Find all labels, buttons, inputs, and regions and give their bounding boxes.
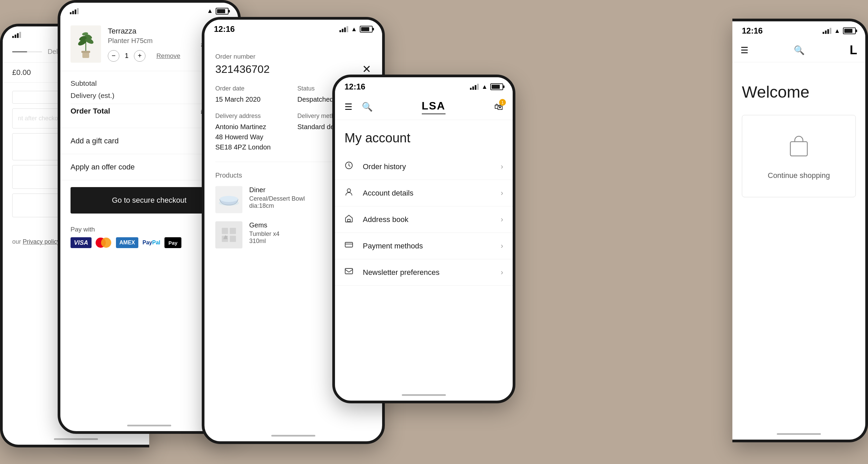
- svg-point-16: [347, 189, 351, 192]
- cart-item-info: Terrazza Planter H75cm − 1 + Remove: [108, 27, 194, 62]
- hamburger-icon-r[interactable]: ☰: [741, 45, 748, 56]
- battery-icon-2: [216, 8, 229, 15]
- signal-icon-4: [470, 84, 479, 90]
- home-indicator-5: [777, 433, 821, 435]
- continue-shopping-label[interactable]: Continue shopping: [768, 171, 830, 180]
- product-info-1: Diner Cereal/Dessert Bowl dia:18cm: [249, 186, 344, 213]
- product-name-2: Gems: [249, 221, 344, 229]
- signal-icon-3: [339, 26, 348, 32]
- svg-point-14: [226, 236, 228, 238]
- hamburger-icon[interactable]: ☰: [344, 102, 352, 112]
- clock-icon: [344, 161, 356, 172]
- menu-label-order-history: Order history: [363, 162, 494, 171]
- quantity-control: − 1 + Remove: [108, 50, 194, 62]
- status-icons-4: ▲: [470, 83, 503, 90]
- wifi-icon-5: ▲: [834, 27, 840, 35]
- svg-rect-10: [222, 228, 228, 234]
- product-size-2: 310ml: [249, 238, 344, 245]
- privacy-link[interactable]: Privacy policy: [23, 238, 60, 245]
- order-number-label: Order number: [215, 53, 371, 60]
- status-icons-2: ▲: [207, 7, 229, 15]
- amex-icon: AMEX: [116, 237, 138, 248]
- svg-point-9: [220, 196, 238, 202]
- time-3: 12:16: [214, 24, 235, 34]
- menu-item-order-history[interactable]: Order history ›: [335, 154, 513, 180]
- person-icon: [344, 187, 356, 199]
- menu-item-newsletter[interactable]: Newsletter preferences ›: [335, 259, 513, 286]
- item-subtitle: Planter H75cm: [108, 37, 194, 45]
- home-indicator-1: [54, 438, 98, 440]
- delivery-label: Delivery (est.): [71, 92, 115, 100]
- product-variant-1: Cereal/Dessert Bowl: [249, 195, 344, 202]
- svg-rect-21: [790, 142, 807, 156]
- time-4: 12:16: [344, 82, 365, 92]
- delivery-address-block: Delivery address Antonio Martinez 48 How…: [215, 113, 289, 152]
- wifi-icon-2: ▲: [207, 7, 213, 15]
- search-icon[interactable]: 🔍: [362, 102, 373, 112]
- item-name: Terrazza: [108, 27, 194, 36]
- header-right-icons: 🛍 1: [494, 102, 503, 112]
- home-indicator-2: [127, 425, 171, 426]
- chevron-icon-1: ›: [501, 162, 503, 171]
- phone-my-account: 12:16 ▲ ☰ 🔍 LSA 🛍 1 M: [332, 75, 515, 403]
- mastercard-icon: [96, 238, 112, 248]
- promo-amount: £0.00: [12, 68, 31, 77]
- menu-label-address-book: Address book: [363, 215, 494, 224]
- home-indicator-4: [402, 394, 446, 396]
- close-button[interactable]: ✕: [362, 64, 371, 75]
- wifi-icon-4: ▲: [481, 83, 488, 90]
- status-icons-5: ▲: [823, 27, 856, 35]
- gems-svg: [220, 226, 237, 243]
- total-label: Order Total: [71, 107, 110, 116]
- remove-button[interactable]: Remove: [156, 52, 180, 60]
- welcome-text: Welcome: [732, 62, 865, 115]
- menu-label-account-details: Account details: [363, 189, 494, 198]
- chevron-icon-5: ›: [501, 268, 503, 277]
- phone-welcome-right: 12:16 ▲ ☰ 🔍 L Welcome Cont: [732, 19, 868, 442]
- delivery-address-label: Delivery address: [215, 113, 289, 120]
- menu-item-account-details[interactable]: Account details ›: [335, 180, 513, 206]
- order-date-label: Order date: [215, 85, 289, 92]
- right-header: ☰ 🔍 L: [732, 38, 865, 62]
- quantity-value: 1: [125, 52, 129, 60]
- menu-item-payment-methods[interactable]: Payment methods ›: [335, 233, 513, 259]
- home-icon: [344, 214, 356, 225]
- lsa-logo: LSA: [422, 100, 446, 114]
- signal-icon-2: [70, 8, 79, 14]
- signal-icon-5: [823, 28, 831, 34]
- card-icon: [344, 240, 356, 251]
- apple-pay-icon: Pay: [164, 237, 182, 248]
- chevron-icon-2: ›: [501, 189, 503, 198]
- svg-rect-11: [230, 228, 236, 234]
- product-image-1: [215, 186, 242, 213]
- status-bar-5: 12:16 ▲: [732, 21, 865, 38]
- menu-label-payment-methods: Payment methods: [363, 242, 494, 250]
- logo-r: L: [850, 43, 857, 57]
- battery-icon-5: [843, 27, 856, 34]
- battery-icon-4: [490, 83, 503, 90]
- svg-rect-20: [345, 268, 353, 274]
- search-icon-r[interactable]: 🔍: [794, 45, 805, 56]
- decrease-qty-button[interactable]: −: [108, 50, 119, 62]
- home-indicator-3: [271, 435, 315, 437]
- svg-rect-1: [81, 51, 90, 53]
- delivery-address-value: Antonio Martinez 48 Howerd Way SE18 4PZ …: [215, 122, 289, 152]
- svg-rect-13: [230, 236, 236, 242]
- menu-item-address-book[interactable]: Address book ›: [335, 206, 513, 233]
- paypal-icon: PayPal: [142, 237, 160, 248]
- svg-rect-18: [345, 242, 353, 247]
- wifi-icon-3: ▲: [351, 26, 357, 33]
- chevron-icon-3: ›: [501, 215, 503, 224]
- cart-icon[interactable]: 🛍 1: [494, 102, 503, 112]
- battery-icon-3: [360, 26, 373, 33]
- header-left-icons: ☰ 🔍: [344, 102, 373, 112]
- menu-label-newsletter: Newsletter preferences: [363, 268, 494, 277]
- increase-qty-button[interactable]: +: [134, 50, 145, 62]
- account-title: My account: [335, 120, 513, 154]
- product-name-1: Diner: [249, 186, 344, 194]
- product-info-2: Gems Tumbler x4 310ml: [249, 221, 344, 248]
- status-bar-4: 12:16 ▲: [335, 77, 513, 94]
- gift-card-label: Add a gift card: [71, 137, 119, 145]
- progress-line: [12, 52, 42, 52]
- bag-icon-large: [785, 132, 812, 164]
